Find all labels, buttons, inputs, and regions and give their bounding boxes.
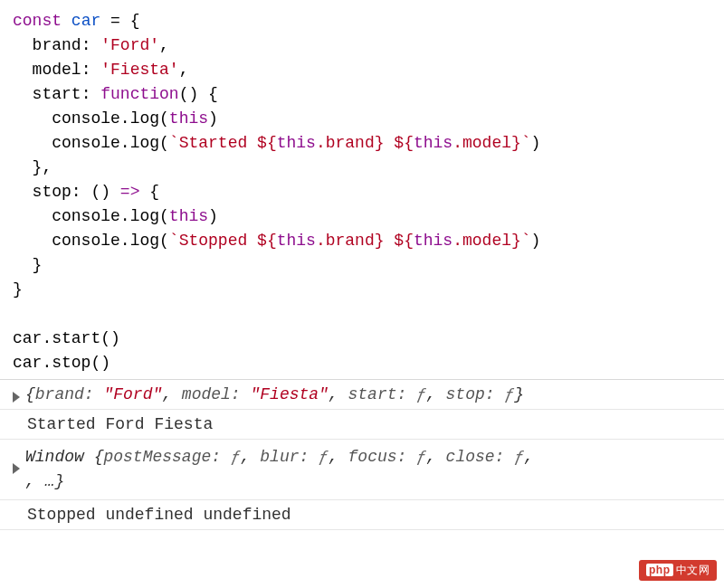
console-object-car[interactable]: {brand: "Ford", model: "Fiesta", start: … [0, 380, 724, 410]
code-block: const car = { brand: 'Ford', model: 'Fie… [0, 0, 724, 379]
watermark-logo: php中文网 [639, 560, 717, 581]
console-text: {brand: "Ford", model: "Fiesta", start: … [25, 385, 711, 403]
console-log-stopped: Stopped undefined undefined [0, 500, 724, 530]
console-output: {brand: "Ford", model: "Fiesta", start: … [0, 379, 724, 530]
expand-triangle-icon[interactable] [13, 463, 20, 474]
console-log-started: Started Ford Fiesta [0, 410, 724, 440]
console-text: Window {postMessage: ƒ, blur: ƒ, focus: … [25, 445, 711, 494]
expand-triangle-icon[interactable] [13, 392, 20, 403]
keyword-const: const [13, 12, 62, 30]
console-object-window[interactable]: Window {postMessage: ƒ, blur: ƒ, focus: … [0, 440, 724, 500]
var-car: car [71, 12, 100, 30]
